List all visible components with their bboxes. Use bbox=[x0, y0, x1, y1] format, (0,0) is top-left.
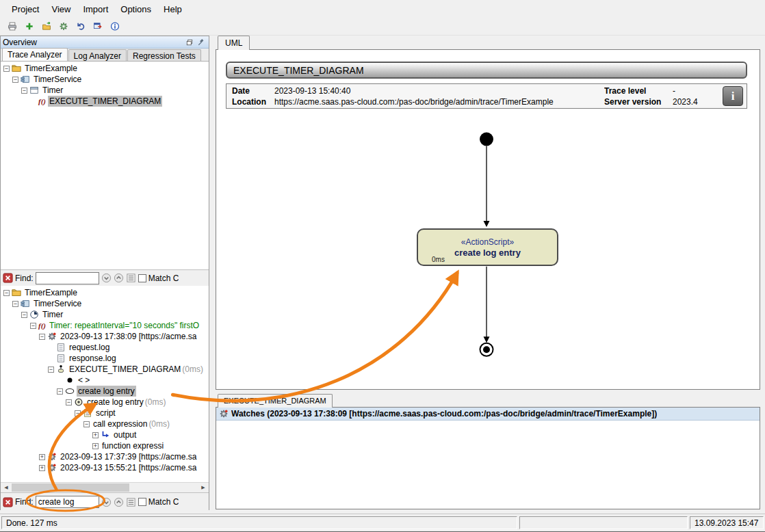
menu-item-options[interactable]: Options bbox=[114, 1, 157, 17]
log-icon bbox=[56, 354, 66, 363]
tab-log-analyzer[interactable]: Log Analyzer bbox=[68, 49, 127, 61]
duration-label: (0ms) bbox=[148, 418, 170, 429]
float-panel-button[interactable] bbox=[183, 37, 195, 47]
find-prev-button[interactable] bbox=[114, 497, 124, 507]
find-next-button[interactable] bbox=[101, 497, 112, 507]
menu-item-view[interactable]: View bbox=[45, 1, 77, 17]
tree-item-execute-timer-diagram[interactable]: f()EXECUTE_TIMER_DIAGRAM bbox=[1, 96, 209, 107]
tree-item-label: TimerExample bbox=[23, 287, 79, 298]
collapse-icon[interactable]: − bbox=[57, 388, 63, 395]
tree-item-script[interactable]: −script bbox=[1, 408, 209, 418]
collapse-icon[interactable]: − bbox=[3, 290, 10, 296]
tab-trace-analyzer[interactable]: Trace Analyzer bbox=[2, 48, 68, 61]
tree-item-timer-repeatinterval-10-seconds-firsto[interactable]: −f()Timer: repeatInterval="10 seconds" f… bbox=[1, 320, 209, 331]
tree-item-request-log[interactable]: request.log bbox=[1, 342, 209, 353]
tree-item-create-log-entry[interactable]: −create log entry (0ms) bbox=[1, 397, 209, 408]
log-icon bbox=[56, 343, 66, 352]
scrollbar-thumb[interactable] bbox=[12, 483, 129, 492]
tree-item-timerexample[interactable]: −TimerExample bbox=[1, 63, 209, 74]
collapse-icon[interactable]: − bbox=[12, 77, 18, 83]
service-icon bbox=[21, 299, 30, 308]
tree-item-2023-09-13-15-55-21-https-acme-sa[interactable]: +2023-09-13 15:55:21 [https://acme.sa bbox=[1, 462, 209, 473]
tree-item-[interactable]: < > bbox=[1, 375, 209, 386]
tree-item-output[interactable]: +output bbox=[1, 429, 209, 440]
settings-button[interactable] bbox=[57, 19, 72, 34]
tree-item-call-expression[interactable]: −call expression (0ms) bbox=[1, 418, 209, 429]
match-case-label: Match C bbox=[148, 497, 179, 507]
menu-item-project[interactable]: Project bbox=[5, 1, 45, 17]
tree-item-label: 2023-09-13 15:55:21 [https://acme.sa bbox=[59, 462, 198, 473]
find-input-top[interactable] bbox=[36, 272, 99, 284]
expand-icon[interactable]: + bbox=[39, 465, 45, 471]
tree-item-label: EXECUTE_TIMER_DIAGRAM bbox=[68, 364, 182, 375]
scroll-left-icon[interactable]: ◀ bbox=[1, 483, 12, 492]
tree-top: −TimerExample−TimerService−Timerf()EXECU… bbox=[1, 62, 209, 269]
tab-regression-tests[interactable]: Regression Tests bbox=[127, 49, 201, 61]
collapse-icon[interactable]: − bbox=[30, 323, 36, 329]
collapse-icon[interactable]: − bbox=[75, 410, 81, 416]
scrollbar-track[interactable] bbox=[12, 483, 198, 492]
info-button[interactable] bbox=[108, 19, 123, 34]
trace-icon bbox=[47, 332, 57, 341]
tree-item-label: request.log bbox=[68, 342, 111, 353]
expand-icon[interactable]: + bbox=[92, 443, 99, 449]
menu-item-help[interactable]: Help bbox=[157, 1, 188, 17]
add-button[interactable] bbox=[23, 19, 38, 34]
chevron-up-icon bbox=[114, 273, 124, 283]
tree-item-timerexample[interactable]: −TimerExample bbox=[1, 287, 209, 298]
tree-item-create-log-entry[interactable]: −create log entry bbox=[1, 386, 209, 397]
collapse-icon[interactable]: − bbox=[21, 88, 27, 94]
tree-item-label: 2023-09-13 17:37:39 [https://acme.sa bbox=[59, 451, 198, 462]
match-case-checkbox[interactable] bbox=[138, 274, 146, 282]
watches-icon bbox=[219, 409, 229, 418]
tree-item-timerservice[interactable]: −TimerService bbox=[1, 298, 209, 309]
close-find-button[interactable] bbox=[3, 273, 13, 283]
export-button[interactable] bbox=[91, 19, 106, 34]
info-icon bbox=[110, 21, 120, 32]
action-node[interactable]: «ActionScript» create log entry 0ms bbox=[417, 228, 558, 266]
tree-item-label: call expression bbox=[92, 418, 148, 429]
tree-item-function-expressi[interactable]: +function expressi bbox=[1, 440, 209, 451]
open-folder-button[interactable] bbox=[40, 19, 55, 34]
tree-item-response-log[interactable]: response.log bbox=[1, 353, 209, 364]
tree-item-label: 2023-09-13 17:38:09 [https://acme.sa bbox=[59, 331, 198, 342]
tree-item-timerservice[interactable]: −TimerService bbox=[1, 74, 209, 85]
collapse-icon[interactable]: − bbox=[12, 301, 18, 307]
menu-item-import[interactable]: Import bbox=[77, 1, 114, 17]
print-button[interactable] bbox=[5, 19, 21, 34]
tree-item-timer[interactable]: −Timer bbox=[1, 309, 209, 320]
scroll-right-icon[interactable]: ▶ bbox=[198, 483, 209, 492]
tree-item-execute-timer-diagram[interactable]: −EXECUTE_TIMER_DIAGRAM (0ms) bbox=[1, 364, 209, 375]
expand-icon[interactable]: + bbox=[39, 454, 45, 460]
list-icon bbox=[126, 497, 136, 507]
print-icon bbox=[8, 21, 17, 32]
collapse-icon[interactable]: − bbox=[66, 399, 72, 405]
collapse-icon[interactable]: − bbox=[39, 334, 45, 340]
highlight-all-button[interactable] bbox=[126, 273, 136, 283]
tree-item-2023-09-13-17-38-09-https-acme-sa[interactable]: −2023-09-13 17:38:09 [https://acme.sa bbox=[1, 331, 209, 342]
tree-item-label: TimerExample bbox=[23, 63, 79, 74]
tree-item-label: Timer bbox=[41, 309, 64, 320]
horizontal-scrollbar: ◀ ▶ bbox=[1, 482, 209, 492]
close-find-button[interactable] bbox=[3, 497, 13, 507]
initial-node[interactable] bbox=[480, 133, 493, 146]
find-next-button[interactable] bbox=[101, 273, 112, 283]
pin-panel-button[interactable] bbox=[195, 37, 207, 47]
tree-item-2023-09-13-17-37-39-https-acme-sa[interactable]: +2023-09-13 17:37:39 [https://acme.sa bbox=[1, 451, 209, 462]
overview-panel: Overview Trace AnalyzerLog AnalyzerRegre… bbox=[0, 36, 209, 510]
find-prev-button[interactable] bbox=[114, 273, 124, 283]
undo-button[interactable] bbox=[74, 19, 89, 34]
tab-execute-timer-diagram[interactable]: EXECUTE_TIMER_DIAGRAM bbox=[218, 394, 333, 408]
node-duration: 0ms bbox=[432, 256, 445, 263]
tree-item-timer[interactable]: −Timer bbox=[1, 85, 209, 96]
collapse-icon[interactable]: − bbox=[3, 66, 10, 72]
collapse-icon[interactable]: − bbox=[21, 312, 27, 318]
find-input-bottom[interactable] bbox=[36, 496, 99, 508]
collapse-icon[interactable]: − bbox=[48, 367, 54, 373]
highlight-all-button[interactable] bbox=[126, 497, 136, 507]
match-case-checkbox[interactable] bbox=[138, 498, 146, 506]
diagram-icon bbox=[56, 364, 66, 374]
collapse-icon[interactable]: − bbox=[83, 421, 90, 427]
expand-icon[interactable]: + bbox=[92, 432, 99, 438]
tab-uml[interactable]: UML bbox=[218, 36, 250, 50]
